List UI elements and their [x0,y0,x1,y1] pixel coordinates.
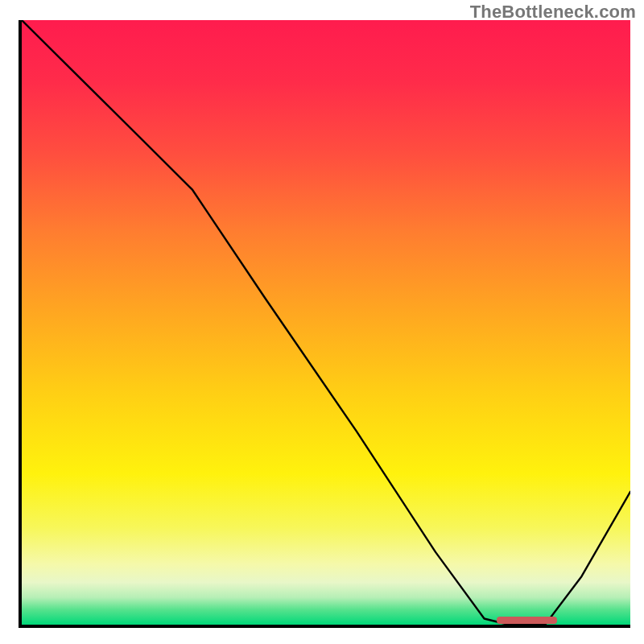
curve-svg [22,20,630,625]
curve-layer [22,20,630,625]
chart-frame: TheBottleneck.com [0,0,644,644]
plot-area [19,20,630,628]
bottleneck-curve [22,20,630,625]
optimal-zone-marker [497,617,558,624]
